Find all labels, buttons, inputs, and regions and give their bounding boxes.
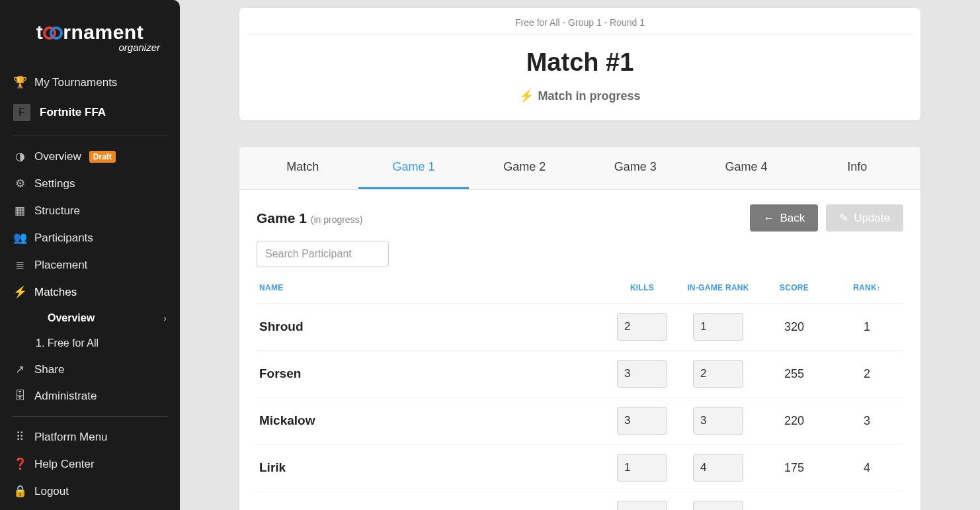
participant-name: Mickalow: [257, 398, 606, 445]
kills-input[interactable]: [617, 454, 667, 482]
lock-icon: 🔒: [13, 484, 26, 498]
game-panel: Game 1 (in progress) ← Back ✎ Update: [239, 190, 920, 510]
pencil-icon: ✎: [839, 211, 848, 225]
match-status-text: Match in progress: [538, 89, 640, 103]
sidebar-item-label: Participants: [34, 232, 93, 245]
bolt-icon: ⚡: [13, 285, 26, 299]
apps-icon: ⠿: [13, 430, 26, 444]
help-icon: ❓: [13, 457, 26, 471]
results-table: NAME KILLS IN-GAME RANK SCORE RANK↑ Shro…: [257, 276, 903, 510]
col-score[interactable]: SCORE: [758, 276, 831, 304]
sidebar-item-platform-menu[interactable]: ⠿ Platform Menu: [0, 423, 180, 450]
col-rank[interactable]: RANK↑: [831, 276, 903, 304]
back-button[interactable]: ← Back: [750, 204, 818, 232]
trophy-icon: 🏆: [13, 75, 26, 89]
rank-value: 1: [831, 304, 903, 351]
sidebar-item-placement[interactable]: ≣ Placement: [0, 251, 180, 278]
sidebar-item-matches-overview[interactable]: Overview ›: [0, 306, 180, 331]
list-icon: ≣: [13, 258, 26, 272]
ingame-rank-input[interactable]: [693, 360, 743, 388]
panel-title: Game 1 (in progress): [257, 210, 362, 226]
ingame-rank-input[interactable]: [693, 501, 743, 510]
tab-game-4[interactable]: Game 4: [691, 147, 802, 189]
tournament-name: Fortnite FFA: [40, 106, 106, 119]
match-tabs-card: Match Game 1 Game 2 Game 3 Game 4 Info G…: [239, 147, 920, 510]
rank-value: 4: [831, 445, 903, 491]
kills-input[interactable]: [617, 501, 667, 510]
score-value: 145: [758, 491, 831, 511]
table-row: Lirik1754: [257, 445, 903, 491]
sidebar-item-label: My Tournaments: [34, 76, 117, 89]
ingame-rank-input[interactable]: [693, 454, 743, 482]
brand-name: trnament: [16, 21, 164, 43]
dashboard-icon: ◑: [13, 149, 26, 163]
sort-asc-icon: ↑: [877, 284, 881, 292]
main-content: Free for All - Group 1 - Round 1 Match #…: [180, 0, 980, 510]
search-participant-input[interactable]: [257, 241, 389, 267]
tab-game-2[interactable]: Game 2: [469, 147, 580, 189]
rank-value: 2: [831, 351, 903, 398]
sidebar-item-matches[interactable]: ⚡ Matches: [0, 278, 180, 306]
sidebar-item-label: Settings: [34, 177, 75, 191]
kills-input[interactable]: [617, 313, 667, 341]
rank-value: 3: [831, 398, 903, 445]
breadcrumb: Free for All - Group 1 - Round 1: [247, 8, 913, 35]
rank-value: 5: [831, 491, 903, 511]
ingame-rank-input[interactable]: [693, 313, 743, 341]
kills-input[interactable]: [617, 407, 667, 435]
sidebar-item-structure[interactable]: ▦ Structure: [0, 197, 180, 224]
sidebar-item-overview[interactable]: ◑ Overview Draft: [0, 143, 180, 170]
sidebar-item-my-tournaments[interactable]: 🏆 My Tournaments: [0, 69, 180, 96]
sidebar-item-label: Administrate: [34, 390, 97, 403]
sidebar-item-administrate[interactable]: 🗄 Administrate: [0, 383, 180, 409]
sidebar-item-label: Overview: [48, 312, 95, 324]
participant-name: Lirik: [257, 445, 606, 491]
brand-name-part2: rnament: [63, 21, 143, 43]
users-icon: 👥: [13, 231, 26, 245]
arrow-left-icon: ←: [763, 212, 774, 225]
sidebar-item-stage-1[interactable]: 1. Free for All: [0, 331, 180, 356]
sidebar-item-label: Logout: [34, 485, 69, 498]
col-rank-label: RANK: [853, 283, 877, 292]
sidebar-item-settings[interactable]: ⚙ Settings: [0, 170, 180, 197]
tab-info[interactable]: Info: [801, 147, 913, 189]
table-row: ZeratoR1455: [257, 491, 903, 511]
tab-match[interactable]: Match: [247, 147, 358, 189]
col-name[interactable]: NAME: [257, 276, 606, 304]
brand-logo: trnament organizer: [0, 16, 180, 69]
tab-bar: Match Game 1 Game 2 Game 3 Game 4 Info: [239, 147, 920, 190]
score-value: 220: [758, 398, 831, 445]
sidebar-item-share[interactable]: ↗ Share: [0, 356, 180, 383]
sidebar-item-label: Share: [34, 363, 64, 376]
kills-input[interactable]: [617, 360, 667, 388]
sidebar-current-tournament[interactable]: F Fortnite FFA: [0, 96, 180, 129]
bolt-icon: ⚡: [519, 89, 534, 103]
game-icon: F: [13, 104, 30, 121]
match-title: Match #1: [239, 48, 920, 77]
grid-icon: ▦: [13, 204, 26, 218]
sidebar-item-label: 1. Free for All: [36, 337, 99, 349]
panel-subtitle: (in progress): [311, 214, 363, 225]
tab-game-3[interactable]: Game 3: [580, 147, 691, 189]
col-ingame-rank[interactable]: IN-GAME RANK: [678, 276, 758, 304]
tab-game-1[interactable]: Game 1: [358, 147, 470, 189]
gear-icon: ⚙: [13, 177, 26, 191]
update-button[interactable]: ✎ Update: [826, 204, 903, 232]
sidebar-item-label: Structure: [34, 204, 80, 218]
col-kills[interactable]: KILLS: [606, 276, 678, 304]
sidebar-item-label: Platform Menu: [34, 431, 108, 444]
sidebar-item-label: Overview: [34, 150, 81, 163]
panel-title-text: Game 1: [257, 210, 307, 226]
ingame-rank-input[interactable]: [693, 407, 743, 435]
participant-name: Shroud: [257, 304, 606, 351]
sidebar-item-participants[interactable]: 👥 Participants: [0, 224, 180, 251]
status-badge: Draft: [89, 151, 116, 163]
brand-name-part1: t: [36, 21, 44, 43]
table-row: Shroud3201: [257, 304, 903, 351]
table-row: Mickalow2203: [257, 398, 903, 445]
sidebar-item-logout[interactable]: 🔒 Logout: [0, 478, 180, 505]
database-icon: 🗄: [13, 390, 26, 403]
back-button-label: Back: [780, 212, 805, 225]
sidebar-item-help-center[interactable]: ❓ Help Center: [0, 450, 180, 478]
score-value: 175: [758, 445, 831, 491]
